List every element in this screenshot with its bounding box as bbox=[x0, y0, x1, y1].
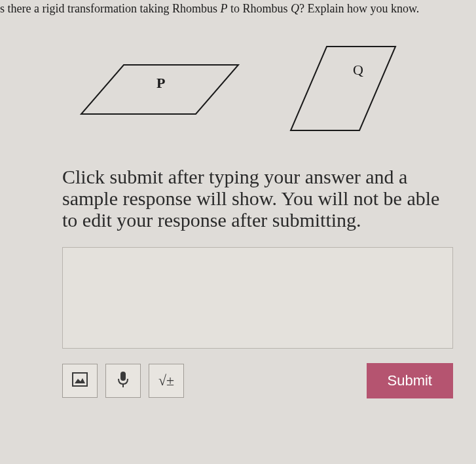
microphone-icon bbox=[117, 371, 129, 391]
svg-rect-2 bbox=[73, 373, 87, 386]
toolbar: √± Submit bbox=[62, 363, 453, 398]
question-prefix: s there a rigid transformation taking Rh… bbox=[0, 2, 220, 15]
instruction-text: Click submit after typing your answer an… bbox=[0, 166, 476, 247]
rhombus-p-container: P bbox=[75, 52, 245, 126]
math-icon: √± bbox=[158, 372, 174, 389]
svg-marker-1 bbox=[291, 47, 395, 130]
question-suffix: ? Explain how you know. bbox=[299, 2, 419, 15]
rhombus-q-container: Q bbox=[284, 39, 402, 140]
rhombus-q-label: Q bbox=[353, 62, 363, 78]
svg-rect-4 bbox=[120, 372, 126, 381]
answer-input[interactable] bbox=[62, 247, 453, 349]
rhombus-p-shape: P bbox=[75, 52, 245, 124]
microphone-button[interactable] bbox=[105, 364, 141, 398]
math-input-button[interactable]: √± bbox=[149, 364, 184, 398]
question-middle: to Rhombus bbox=[227, 2, 291, 15]
figure-area: P Q bbox=[0, 39, 476, 140]
image-upload-button[interactable] bbox=[62, 364, 98, 398]
submit-button[interactable]: Submit bbox=[367, 363, 453, 398]
question-var-p: P bbox=[220, 2, 227, 15]
question-var-q: Q bbox=[291, 2, 299, 15]
svg-marker-3 bbox=[75, 378, 85, 383]
question-text: s there a rigid transformation taking Rh… bbox=[0, 0, 476, 16]
rhombus-q-shape: Q bbox=[284, 39, 402, 137]
rhombus-p-label: P bbox=[156, 75, 165, 91]
image-icon bbox=[72, 372, 88, 390]
